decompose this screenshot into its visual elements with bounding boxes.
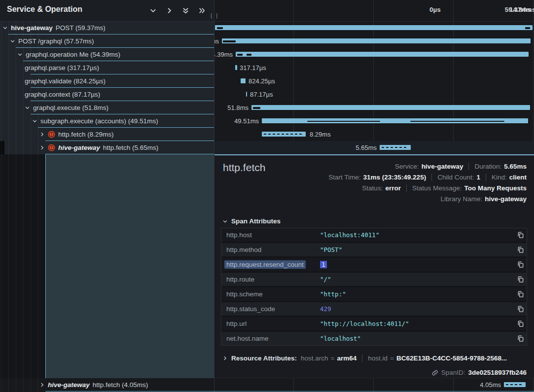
span-tree-row[interactable]: graphql.context (87.17µs) bbox=[0, 88, 214, 101]
attribute-key: http.status_code bbox=[221, 305, 320, 313]
bar-child-mark bbox=[410, 121, 504, 122]
span-tree-row-content: graphql.execute (51.8ms) bbox=[25, 101, 108, 114]
operation-label: graphql.validate (824.25µs) bbox=[25, 77, 106, 85]
selected-span-region[interactable] bbox=[45, 154, 214, 378]
service-name: hive-gateway bbox=[58, 144, 100, 151]
attribute-row[interactable]: net.host.name"localhost" bbox=[221, 332, 527, 345]
equals-sign: = bbox=[331, 355, 335, 362]
span-tree-row-content: graphql.context (87.17µs) bbox=[25, 88, 100, 101]
operation-label: subgraph.execute (accounts) (49.51ms) bbox=[40, 117, 158, 125]
attribute-key: http.route bbox=[221, 276, 320, 283]
double-chevron-down-icon[interactable] bbox=[182, 7, 189, 14]
span-meta: Service:hive-gatewayDuration:5.65msStart… bbox=[328, 161, 527, 204]
meta-value: 1 bbox=[476, 174, 480, 181]
bar-child-mark bbox=[247, 54, 251, 56]
span-duration-bar[interactable] bbox=[215, 25, 533, 30]
double-chevron-right-icon[interactable] bbox=[198, 7, 206, 14]
chevron-right-icon[interactable] bbox=[222, 356, 228, 361]
span-meta-line: Status:errorStatus Message:Too Many Requ… bbox=[328, 182, 527, 193]
attribute-row[interactable]: http.url"http://localhost:4011/" bbox=[221, 317, 527, 330]
span-tree-row[interactable]: graphql.operation Me (54.39ms) bbox=[0, 48, 214, 61]
copy-button[interactable] bbox=[514, 276, 527, 283]
copy-button[interactable] bbox=[514, 246, 527, 253]
chevron-down-icon[interactable] bbox=[25, 105, 30, 110]
duration-label: 87.17µs bbox=[250, 88, 273, 101]
meta-divider bbox=[486, 174, 486, 181]
span-duration-bar[interactable] bbox=[262, 132, 306, 137]
attribute-value: 1 bbox=[320, 261, 514, 268]
meta-divider bbox=[406, 184, 407, 192]
attribute-key: net.host.name bbox=[221, 335, 320, 342]
duration-label: 824.25µs bbox=[249, 74, 275, 88]
span-attributes-header[interactable]: Span Attributes bbox=[222, 217, 281, 225]
span-duration-bar[interactable] bbox=[380, 145, 411, 150]
span-tree-row[interactable]: subgraph.execute (accounts) (49.51ms) bbox=[0, 114, 214, 128]
span-duration-bar[interactable] bbox=[241, 78, 246, 83]
attribute-row[interactable]: http.scheme"http:" bbox=[221, 287, 527, 301]
operation-label: POST /graphql (57.57ms) bbox=[18, 37, 94, 45]
attribute-value: "http://localhost:4011/" bbox=[320, 320, 514, 327]
chevron-down-icon[interactable] bbox=[32, 118, 37, 124]
operation-label: graphql.operation Me (54.39ms) bbox=[26, 51, 120, 58]
equals-sign: = bbox=[390, 355, 394, 362]
trace-viewer-window: 57.57ms54.39ms317.17µs824.25µs87.17µs51.… bbox=[0, 0, 534, 392]
chevron-down-icon[interactable] bbox=[10, 38, 15, 44]
attribute-row[interactable]: http.host"localhost:4011" bbox=[221, 228, 527, 242]
span-tree-row[interactable]: graphql.execute (51.8ms) bbox=[0, 101, 214, 114]
span-duration-bar[interactable] bbox=[504, 382, 526, 387]
operation-label: graphql.parse (317.17µs) bbox=[25, 64, 99, 71]
chevron-right-icon[interactable] bbox=[39, 132, 45, 137]
span-tree-row[interactable]: http.fetch (8.29ms) bbox=[0, 128, 214, 141]
resource-value: BC62E13B-C4CC-5854-9788-2568... bbox=[396, 355, 507, 362]
copy-button[interactable] bbox=[514, 320, 527, 327]
attribute-row[interactable]: http.route"/" bbox=[221, 273, 527, 286]
copy-button[interactable] bbox=[514, 335, 527, 342]
meta-label: Status: bbox=[362, 184, 383, 192]
chevron-right-icon[interactable] bbox=[166, 7, 173, 14]
service-name: hive-gateway bbox=[11, 24, 53, 32]
span-tree-row[interactable]: hive-gatewayhttp.fetch (5.65ms) bbox=[0, 141, 214, 154]
span-duration-bar[interactable] bbox=[246, 92, 247, 97]
span-duration-bar[interactable] bbox=[251, 105, 530, 110]
span-tree-row[interactable]: graphql.parse (317.17µs) bbox=[0, 61, 214, 74]
chevron-right-icon[interactable] bbox=[39, 382, 45, 388]
operation-label: POST (59.37ms) bbox=[56, 24, 106, 32]
chevron-right-icon[interactable] bbox=[39, 145, 45, 150]
bottom-span-tree-row[interactable]: hive-gatewayhttp.fetch (4.05ms) bbox=[0, 378, 214, 392]
panel-divider[interactable] bbox=[214, 0, 214, 392]
operation-label: http.fetch (4.05ms) bbox=[93, 381, 148, 389]
resource-attributes-row[interactable]: Resource Attributes:host.arch=arm64host.… bbox=[222, 355, 507, 362]
chevron-down-icon[interactable] bbox=[17, 52, 23, 57]
attribute-row[interactable]: http.request.resend_count1 bbox=[221, 258, 527, 271]
bar-child-mark bbox=[525, 27, 530, 29]
copy-button[interactable] bbox=[514, 231, 527, 239]
meta-label: Service: bbox=[395, 163, 419, 170]
copy-button[interactable] bbox=[514, 261, 527, 268]
span-meta-line: Service:hive-gatewayDuration:5.65ms bbox=[328, 161, 527, 172]
attribute-row[interactable]: http.status_code429 bbox=[221, 302, 527, 316]
meta-value: client bbox=[509, 174, 527, 181]
span-tree-row[interactable]: graphql.validate (824.25µs) bbox=[0, 74, 214, 88]
span-duration-bar[interactable] bbox=[222, 38, 531, 43]
meta-value: hive-gateway bbox=[485, 195, 527, 203]
bar-dash-marks bbox=[264, 134, 303, 135]
panel-splitter-handle[interactable]: ❘❘ bbox=[209, 12, 220, 19]
operation-label: graphql.context (87.17µs) bbox=[25, 91, 100, 98]
timeline-ruler: 0µs14.84ms29.68ms44.53ms59.37ms bbox=[214, 0, 534, 22]
error-icon bbox=[48, 144, 55, 151]
span-tree-row-content: graphql.parse (317.17µs) bbox=[25, 61, 99, 74]
link-icon[interactable] bbox=[431, 369, 438, 376]
chevron-down-icon[interactable] bbox=[2, 25, 8, 31]
span-tree-row[interactable]: POST /graphql (57.57ms) bbox=[0, 35, 214, 48]
resource-attributes-title: Resource Attributes: bbox=[231, 355, 297, 362]
span-title: http.fetch bbox=[223, 162, 265, 174]
copy-button[interactable] bbox=[514, 290, 527, 298]
span-duration-bar[interactable] bbox=[236, 52, 529, 57]
span-duration-bar[interactable] bbox=[235, 65, 237, 70]
copy-button[interactable] bbox=[514, 305, 527, 313]
duration-label: 4.05ms bbox=[480, 378, 501, 392]
chevron-down-icon[interactable] bbox=[149, 7, 157, 14]
attribute-row[interactable]: http.method"POST" bbox=[221, 243, 527, 256]
span-tree-row[interactable]: hive-gatewayPOST (59.37ms) bbox=[0, 21, 214, 35]
meta-value: error bbox=[385, 184, 401, 192]
